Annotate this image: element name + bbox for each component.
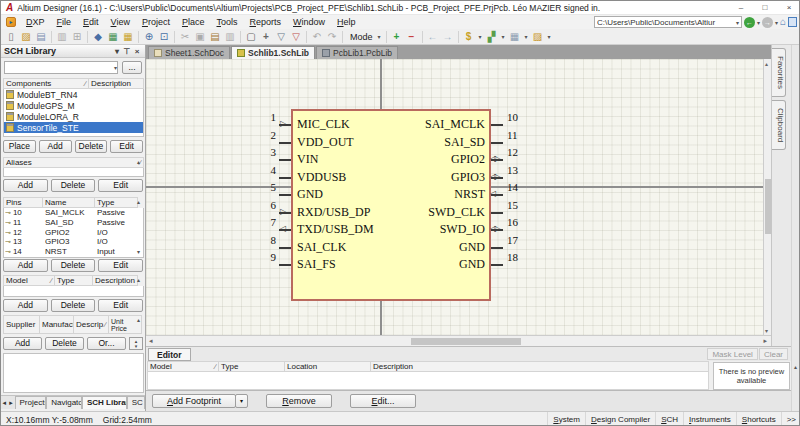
maximize-button[interactable]: □ (753, 1, 777, 14)
back-button[interactable]: ← (744, 17, 755, 28)
panel-pin-icon[interactable]: ⊤ (122, 47, 132, 56)
column-header-pins[interactable]: Pins (3, 197, 43, 208)
column-header-model[interactable]: Model∕ (147, 361, 219, 372)
move-icon[interactable]: + (259, 30, 273, 43)
model-delete[interactable]: Delete (51, 299, 96, 312)
pin-name[interactable]: GPIO3 (346, 170, 485, 185)
pin-name[interactable]: SAI_SD (346, 135, 485, 150)
supplier-or[interactable]: Or... (87, 337, 126, 350)
component-filter-input[interactable] (5, 63, 114, 73)
pin-number[interactable]: 13 (507, 164, 537, 177)
add-footprint-button[interactable]: Add Footprint (152, 394, 236, 408)
pin-number[interactable]: 3 (246, 146, 276, 159)
pin-number[interactable]: 6 (246, 199, 276, 212)
supplier-add[interactable]: Add (3, 337, 42, 350)
pin-stub[interactable] (491, 142, 503, 144)
pin-stub[interactable] (491, 247, 503, 249)
doc-tab-pcblib1.pcblib[interactable]: PcbLib1.PcbLib (316, 46, 398, 59)
chevron-down-icon[interactable]: ▾ (736, 19, 739, 26)
menu-item-reports[interactable]: Reports (244, 15, 288, 29)
spinner-down-icon[interactable]: ▾ (135, 344, 138, 349)
pin-number[interactable]: 16 (507, 216, 537, 229)
column-header-descrip[interactable]: Descrip∕ (74, 315, 109, 334)
canvas-horizontal-scrollbar[interactable]: ◂ ▸ (146, 335, 771, 346)
model-add[interactable]: Add (3, 299, 48, 312)
supplier-delete[interactable]: Delete (45, 337, 84, 350)
select-area-icon[interactable]: ▢ (244, 30, 258, 43)
remove-button[interactable]: Remove (266, 394, 332, 408)
pin-number[interactable]: 2 (246, 129, 276, 142)
side-tab-clipboard[interactable]: Clipboard (772, 100, 786, 150)
pin-stub[interactable] (491, 264, 503, 266)
doc-tab-schlib1.schlib[interactable]: Schlib1.SchLib (231, 46, 315, 59)
component-delete[interactable]: Delete (75, 140, 108, 153)
clear-button[interactable]: Clear (759, 348, 788, 360)
scroll-up-icon[interactable]: ▴ (137, 317, 140, 323)
column-header-location[interactable]: Location (285, 361, 371, 372)
pcb-board-icon[interactable]: ▦ (106, 30, 120, 43)
component-filter-combobox[interactable]: ▾ (4, 61, 118, 74)
panel-tab-projects[interactable]: Projects (15, 396, 47, 409)
column-header-components[interactable]: Components∕ (3, 78, 89, 89)
scroll-up-icon[interactable]: ▴ (137, 199, 140, 205)
pin-stub[interactable] (279, 177, 291, 179)
model-edit[interactable]: Edit (98, 299, 143, 312)
zoom-area-icon[interactable]: ⊡ (157, 30, 171, 43)
address-combobox[interactable]: C:\Users\Public\Documents\Altiur ▾ (594, 16, 742, 28)
status-design-compiler[interactable]: Design Compiler (585, 412, 655, 426)
scroll-right-icon[interactable]: ▸ (8, 396, 15, 409)
scroll-left-icon[interactable]: ◂ (149, 337, 153, 345)
schematic-canvas[interactable]: 1▷MIC_CLK2VDD_OUT3VIN4VDDUSB5GND6▷RXD/US… (146, 59, 763, 335)
pin-name[interactable]: GND (346, 257, 485, 272)
menu-item-place[interactable]: Place (176, 15, 211, 29)
pin-name[interactable]: GPIO2 (346, 152, 485, 167)
menu-item-file[interactable]: File (51, 15, 78, 29)
scroll-down-icon[interactable]: ▾ (765, 327, 768, 334)
filter-icon[interactable]: ▽ (274, 30, 288, 43)
pin-edit[interactable]: Edit (98, 259, 143, 272)
undo-icon[interactable]: ↶ (310, 30, 324, 43)
component-list-item[interactable]: ModuleLORA_R (4, 111, 143, 122)
pin-number[interactable]: 5 (246, 181, 276, 194)
pin-name[interactable]: NRST (346, 187, 485, 202)
close-button[interactable]: × (777, 1, 800, 14)
pin-delete[interactable]: Delete (51, 259, 96, 272)
pin-number[interactable]: 4 (246, 164, 276, 177)
paste-icon[interactable]: ▤ (208, 30, 222, 43)
status-shortcuts[interactable]: Shortcuts (736, 412, 781, 426)
grid-settings-icon[interactable]: ▦ (508, 30, 522, 43)
pin-number[interactable]: 7 (246, 216, 276, 229)
pin-list-row[interactable]: ⊸13GPIO3I/O (4, 237, 143, 247)
panel-tab-navigator[interactable]: Navigator (46, 396, 82, 409)
zoom-fit-icon[interactable]: ⊕ (142, 30, 156, 43)
dxp-icon[interactable]: ▸ (6, 17, 16, 27)
scroll-down-icon[interactable]: ▾ (137, 249, 140, 255)
component-list-item[interactable]: ModuleGPS_M (4, 100, 143, 111)
alias-delete[interactable]: Delete (51, 179, 96, 192)
chevron-down-icon[interactable]: ▾ (757, 19, 760, 26)
menu-item-project[interactable]: Project (136, 15, 176, 29)
panel-close-icon[interactable]: × (132, 47, 142, 56)
home-icon[interactable]: ⌂ (780, 17, 786, 27)
pin-name[interactable]: GND (346, 240, 485, 255)
chevron-down-icon[interactable]: ▾ (775, 19, 778, 26)
pin-name[interactable]: GND (297, 187, 323, 202)
editor-tab[interactable]: Editor (148, 348, 191, 361)
component-add[interactable]: Add (39, 140, 72, 153)
alias-edit[interactable]: Edit (98, 179, 143, 192)
status-more-button[interactable]: >> (781, 412, 800, 426)
chevron-down-icon[interactable]: ▾ (376, 33, 383, 40)
pin-name[interactable]: SWD_IO (346, 222, 485, 237)
pin-list-row[interactable]: ⊸12GPIO2I/O (4, 228, 143, 238)
menu-item-view[interactable]: View (105, 15, 136, 29)
scrollbar-thumb[interactable] (411, 338, 521, 345)
column-header-manufactu[interactable]: Manufactu (40, 315, 74, 334)
status-sch[interactable]: SCH (655, 412, 683, 426)
print-icon[interactable]: ▥ (55, 30, 69, 43)
browse-library-icon[interactable]: ▨ (531, 30, 545, 43)
canvas-vertical-scrollbar[interactable]: ▴ ▾ (763, 59, 771, 335)
component-list-item[interactable]: SensorTile_STE (4, 122, 143, 133)
pin-list-row[interactable]: ⊸10SAI_MCLKPassive (4, 208, 143, 218)
pin-name[interactable]: VDDUSB (297, 170, 346, 185)
add-footprint-dropdown[interactable]: ▾ (235, 394, 248, 408)
